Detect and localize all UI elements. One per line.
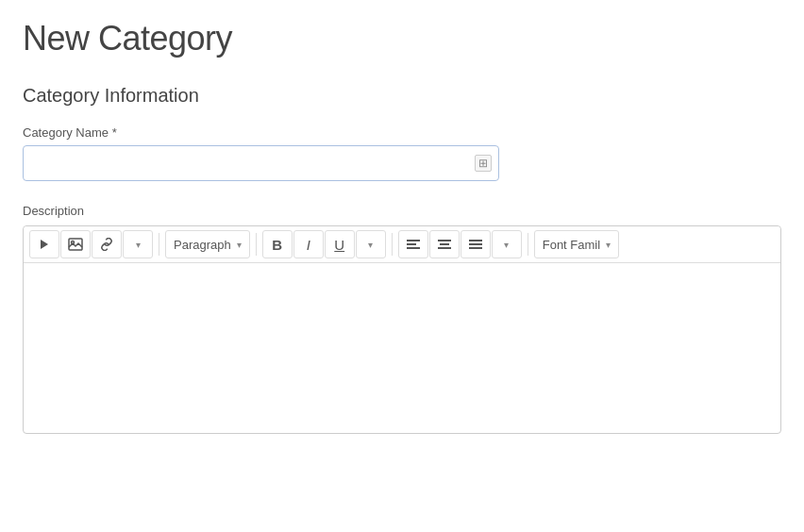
svg-rect-5 [407, 247, 420, 249]
svg-rect-6 [438, 240, 451, 241]
paragraph-chevron-icon: ▾ [237, 240, 242, 250]
svg-rect-7 [440, 243, 449, 245]
divider-2 [256, 233, 257, 256]
link-button[interactable] [92, 230, 122, 258]
svg-rect-10 [469, 243, 482, 245]
paragraph-label: Paragraph [174, 238, 231, 252]
divider-1 [159, 233, 159, 256]
font-family-chevron-icon: ▾ [606, 240, 611, 250]
paragraph-dropdown[interactable]: Paragraph ▾ [165, 230, 250, 258]
toolbar-media-group: ▾ [29, 230, 153, 258]
video-button[interactable] [29, 230, 59, 258]
italic-button[interactable]: I [293, 230, 324, 258]
image-button[interactable] [60, 230, 91, 258]
divider-3 [392, 233, 393, 256]
media-chevron-icon: ▾ [136, 240, 141, 250]
svg-rect-9 [469, 240, 482, 241]
svg-rect-8 [438, 247, 451, 249]
format-more-button[interactable]: ▾ [356, 230, 386, 258]
description-field: Description [23, 204, 781, 434]
editor-toolbar: ▾ Paragraph ▾ B I U [24, 226, 780, 263]
align-chevron-icon: ▾ [504, 240, 509, 250]
align-center-button[interactable] [429, 230, 460, 258]
category-name-input[interactable] [23, 145, 499, 181]
align-more-button[interactable]: ▾ [492, 230, 522, 258]
format-chevron-icon: ▾ [368, 240, 373, 250]
category-name-field: Category Name * ⊞ [23, 125, 781, 181]
description-label: Description [23, 204, 781, 218]
category-name-label: Category Name * [23, 125, 781, 140]
media-more-button[interactable]: ▾ [123, 230, 153, 258]
bold-button[interactable]: B [262, 230, 293, 258]
svg-rect-11 [469, 247, 482, 249]
svg-marker-0 [41, 240, 48, 249]
divider-4 [528, 233, 528, 256]
toolbar-align-group: ▾ [398, 230, 522, 258]
editor-content-area[interactable] [24, 263, 780, 433]
italic-icon: I [307, 237, 310, 253]
underline-button[interactable]: U [325, 230, 355, 258]
font-family-label: Font Famil [543, 238, 600, 252]
bold-icon: B [272, 237, 282, 253]
font-family-dropdown[interactable]: Font Famil ▾ [534, 230, 619, 258]
underline-icon: U [334, 237, 344, 253]
align-justify-button[interactable] [461, 230, 491, 258]
align-left-button[interactable] [398, 230, 428, 258]
svg-rect-4 [407, 243, 416, 245]
section-title: Category Information [23, 85, 781, 107]
svg-rect-3 [407, 240, 420, 241]
page-title: New Category [23, 19, 781, 58]
toolbar-format-group: B I U ▾ [262, 230, 386, 258]
input-helper-icon: ⊞ [475, 155, 492, 172]
description-editor: ▾ Paragraph ▾ B I U [23, 225, 781, 434]
category-name-input-wrapper: ⊞ [23, 145, 499, 181]
